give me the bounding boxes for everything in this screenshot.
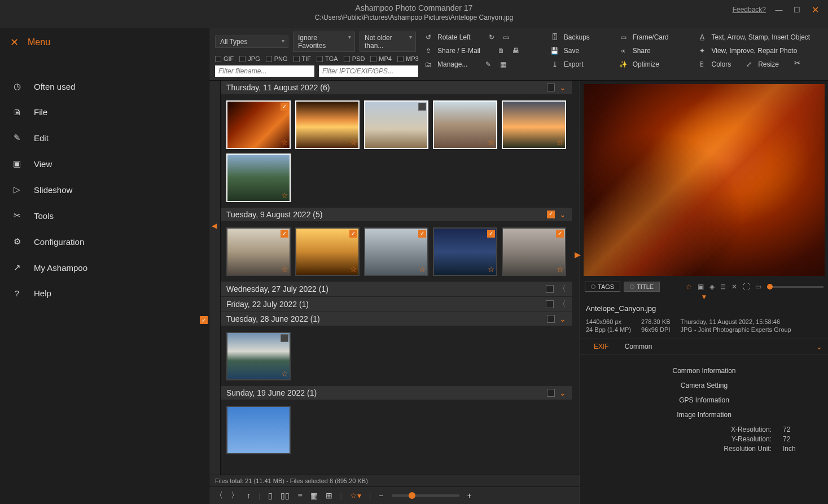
filter-filename-input[interactable] bbox=[215, 65, 314, 77]
thumbnail[interactable]: ☆ bbox=[364, 227, 428, 276]
strip-arrow-left-icon[interactable]: ◀ bbox=[212, 222, 217, 230]
preview-image[interactable] bbox=[584, 84, 825, 276]
thumb-star-icon[interactable]: ☆ bbox=[488, 265, 495, 274]
nav-up-icon[interactable]: ↑ bbox=[247, 491, 251, 500]
thumbnail[interactable]: ☆ bbox=[295, 100, 360, 149]
save-button[interactable]: 💾Save bbox=[550, 45, 602, 56]
group-check[interactable] bbox=[547, 211, 555, 218]
filter-meta-input[interactable] bbox=[319, 65, 418, 77]
preview-monitor-icon[interactable]: ▭ bbox=[755, 283, 761, 291]
colors-button[interactable]: 🎚Colors bbox=[698, 59, 731, 70]
group-check[interactable] bbox=[546, 300, 554, 308]
chevron-icon[interactable]: ⌄ bbox=[559, 314, 566, 323]
thumb-check-icon[interactable] bbox=[281, 334, 288, 342]
preview-icon-1[interactable]: ▣ bbox=[698, 283, 704, 291]
thumbnail[interactable]: ☆ bbox=[226, 332, 291, 380]
thumbnail[interactable]: ☆ bbox=[226, 227, 291, 276]
format-mp4[interactable]: MP4 bbox=[370, 55, 392, 62]
menu-item-slideshow[interactable]: ▷Slideshow bbox=[0, 177, 209, 203]
menu-close-icon[interactable]: ✕ bbox=[10, 36, 19, 49]
thumbnail[interactable]: ☆ bbox=[502, 100, 566, 149]
edit-icon[interactable]: ✎ bbox=[483, 60, 493, 68]
format-tga[interactable]: TGA bbox=[317, 55, 338, 62]
menu-item-view[interactable]: ▣View bbox=[0, 151, 209, 177]
share-email-button[interactable]: ⇪Share / E-Mail🗎🖶 bbox=[424, 45, 533, 56]
sidebar-check-icon[interactable]: ✓ bbox=[200, 316, 208, 324]
group-check[interactable] bbox=[546, 285, 554, 293]
common-tab[interactable]: Common bbox=[617, 339, 660, 354]
doc-icon[interactable]: 🗎 bbox=[496, 47, 506, 55]
group-header[interactable]: Sunday, 19 June 2022 (1)⌄ bbox=[221, 386, 572, 400]
thumb-star-icon[interactable]: ☆ bbox=[488, 138, 495, 147]
group-header[interactable]: Thursday, 11 August 2022 (6)⌄ bbox=[221, 81, 572, 95]
nav-next-icon[interactable]: 〉 bbox=[231, 490, 239, 501]
group-header[interactable]: Tuesday, 9 August 2022 (5)⌄ bbox=[221, 208, 572, 222]
exif-tab[interactable]: EXIF bbox=[586, 339, 617, 354]
format-mp3[interactable]: MP3 bbox=[397, 55, 419, 62]
view-improve-button[interactable]: ✦View, Improve, Repair Photo bbox=[698, 45, 822, 56]
format-png[interactable]: PNG bbox=[266, 55, 288, 62]
group-check[interactable] bbox=[547, 389, 555, 397]
menu-item-help[interactable]: ?Help bbox=[0, 281, 209, 306]
thumbnail[interactable]: ☆ bbox=[226, 154, 291, 202]
types-dropdown[interactable]: All Types bbox=[215, 36, 288, 48]
rotate-left-button[interactable]: ↺Rotate Left↻▭ bbox=[424, 32, 533, 43]
view-single-icon[interactable]: ▯ bbox=[268, 491, 273, 500]
print-icon[interactable]: 🖶 bbox=[511, 47, 521, 55]
minimize-button[interactable]: — bbox=[774, 6, 784, 14]
preview-zoom-slider[interactable] bbox=[767, 286, 823, 288]
chevron-icon[interactable]: ⌄ bbox=[559, 388, 566, 397]
thumb-star-icon[interactable]: ☆ bbox=[281, 138, 288, 147]
menu-item-often-used[interactable]: ◷Often used bbox=[0, 73, 209, 99]
chevron-icon[interactable]: ⌄ bbox=[559, 210, 566, 219]
thumbnail[interactable]: ☆ bbox=[433, 227, 497, 276]
feedback-link[interactable]: Feedback? bbox=[733, 6, 766, 14]
view-details-icon[interactable]: ⊞ bbox=[326, 491, 332, 500]
preview-icon-4[interactable]: ✕ bbox=[731, 283, 737, 291]
nav-prev-icon[interactable]: 〈 bbox=[215, 490, 223, 501]
thumb-star-icon[interactable]: ☆ bbox=[419, 265, 426, 274]
frame-card-button[interactable]: ▭Frame/Card bbox=[619, 32, 681, 43]
thumb-star-icon[interactable]: ☆ bbox=[350, 265, 357, 274]
zoom-out-icon[interactable]: − bbox=[379, 491, 383, 500]
group-header[interactable]: Tuesday, 28 June 2022 (1)⌄ bbox=[221, 312, 572, 326]
thumb-star-icon[interactable]: ☆ bbox=[557, 265, 564, 274]
chevron-icon[interactable]: 〈 bbox=[558, 284, 566, 294]
close-button[interactable]: ✕ bbox=[810, 6, 820, 14]
favorites-dropdown[interactable]: Ignore Favorites bbox=[293, 32, 355, 52]
grid-icon[interactable]: ▦ bbox=[498, 60, 508, 68]
menu-item-tools[interactable]: ✂Tools bbox=[0, 203, 209, 229]
preview-chevron-down-icon[interactable]: ▼ bbox=[580, 293, 828, 301]
thumb-star-icon[interactable]: ☆ bbox=[281, 191, 288, 200]
zoom-in-icon[interactable]: + bbox=[467, 491, 472, 500]
crop-icon[interactable]: ✂ bbox=[792, 59, 803, 70]
title-tab[interactable]: TITLE bbox=[624, 282, 660, 292]
menu-item-configuration[interactable]: ⚙Configuration bbox=[0, 229, 209, 255]
preview-icon-3[interactable]: ⊡ bbox=[720, 283, 726, 291]
chevron-icon[interactable]: ⌄ bbox=[559, 83, 566, 92]
thumb-star-icon[interactable]: ☆ bbox=[281, 369, 288, 378]
rotate-right-icon[interactable]: ↻ bbox=[487, 33, 497, 41]
menu-item-my-ashampoo[interactable]: ↗My Ashampoo bbox=[0, 255, 209, 281]
thumb-check-icon[interactable] bbox=[281, 230, 288, 238]
preview-icon-2[interactable]: ◈ bbox=[709, 283, 715, 291]
group-header[interactable]: Friday, 22 July 2022 (1)〈 bbox=[221, 297, 572, 312]
view-list-icon[interactable]: ≡ bbox=[297, 491, 302, 500]
thumb-check-icon[interactable] bbox=[418, 230, 426, 238]
group-check[interactable] bbox=[547, 84, 555, 91]
menu-item-edit[interactable]: ✎Edit bbox=[0, 125, 209, 151]
thumbnail[interactable]: ☆ bbox=[226, 100, 291, 149]
thumb-star-icon[interactable]: ☆ bbox=[281, 265, 288, 274]
chevron-icon[interactable]: 〈 bbox=[558, 299, 566, 309]
thumbnail[interactable]: ☆ bbox=[502, 227, 566, 276]
thumbnail[interactable]: ☆ bbox=[295, 227, 360, 276]
view-grid-icon[interactable]: ▦ bbox=[310, 491, 318, 500]
resize-button[interactable]: ⤢Resize bbox=[744, 59, 779, 70]
star-filter-icon[interactable]: ☆▾ bbox=[350, 491, 361, 500]
view-dual-icon[interactable]: ▯▯ bbox=[281, 491, 290, 500]
tags-tab[interactable]: TAGS bbox=[585, 282, 620, 292]
menu-item-file[interactable]: 🗎File bbox=[0, 99, 209, 125]
format-psd[interactable]: PSD bbox=[344, 55, 365, 62]
thumb-check-icon[interactable] bbox=[349, 230, 357, 238]
format-gif[interactable]: GIF bbox=[215, 55, 234, 62]
